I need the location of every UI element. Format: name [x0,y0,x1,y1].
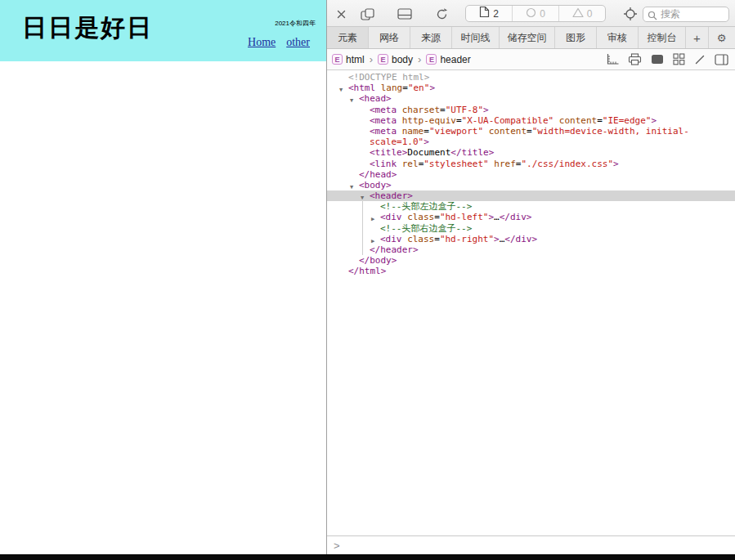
element-badge-icon: E [332,54,343,65]
reload-icon[interactable] [434,7,449,20]
dom-tree-line[interactable]: <title>Document</title> [327,147,735,158]
dom-tree-line[interactable]: <!--头部左边盒子--> [327,201,735,212]
breadcrumb: Ehtml›Ebody›Eheader [332,53,471,65]
tab-overview-icon[interactable] [361,7,375,20]
dom-tree-line[interactable]: scale=1.0"> [327,137,735,147]
tab-elements[interactable]: 元素 [327,27,369,48]
breadcrumb-toolbar [606,53,728,65]
dom-tree-line[interactable]: <link rel="stylesheet" href="./css/index… [327,159,735,169]
inspector-toolbar: 2 0 0 [327,0,735,27]
resource-count: 2 [493,8,499,20]
activity-segmented-control: 2 0 0 [465,5,606,22]
tab-audit[interactable]: 审核 [597,27,639,48]
warning-triangle-icon [572,7,584,21]
circle-icon [526,7,536,21]
breadcrumb-item-html[interactable]: Ehtml [332,54,365,65]
nav-link-other[interactable]: other [286,36,310,49]
page-nav: Home other [248,36,310,49]
dom-tree-line[interactable]: ▼<body> [327,180,735,190]
page-body [0,61,326,554]
element-overlay-icon[interactable] [651,54,664,65]
bottom-bar [0,554,735,560]
dom-tree: <!DOCTYPE html>▼<html lang="en">▼<head><… [327,70,735,535]
close-icon[interactable] [334,7,348,20]
dom-tree-line[interactable]: <meta charset="UTF-8"> [327,105,735,115]
dom-tree-line[interactable]: </html> [327,266,735,276]
element-badge-icon: E [378,54,388,65]
issue-count-button[interactable]: 0 [513,6,559,21]
edit-slash-icon[interactable] [694,54,706,65]
dom-tree-line[interactable]: </head> [327,169,735,180]
web-inspector: 2 0 0 [326,0,735,554]
dom-tree-line[interactable]: ▼<html lang="en"> [327,83,735,93]
dom-tree-line[interactable]: ▶<div class="hd-left">…</div> [327,212,735,222]
dom-tree-line[interactable]: ▼<head> [327,93,735,104]
details-sidebar-toggle-icon[interactable] [715,54,728,65]
dom-tree-line[interactable]: <meta http-equiv="X-UA-Compatible" conte… [327,115,735,126]
nav-link-home[interactable]: Home [248,36,276,49]
console-input[interactable]: > [327,535,735,554]
breadcrumb-separator-icon: › [418,53,421,65]
warning-count-button[interactable]: 0 [559,6,605,21]
breadcrumb-bar: Ehtml›Ebody›Eheader [327,49,735,70]
breadcrumb-label: body [392,54,413,65]
search-field [643,6,729,21]
breadcrumb-item-body[interactable]: Ebody [378,54,413,65]
inspector-tab-bar: 元素网络来源时间线储存空间图形审核控制台+⚙ [327,27,735,49]
settings-gear-icon[interactable]: ⚙ [709,27,734,48]
breadcrumb-separator-icon: › [370,53,373,65]
dom-tree-line[interactable]: <meta name="viewport" content="width=dev… [327,126,735,137]
warning-count: 0 [587,8,593,20]
print-icon[interactable] [628,53,642,65]
page-title: 日日是好日 [22,11,153,45]
dom-tree-line[interactable]: </header> [327,244,735,255]
tab-sources[interactable]: 来源 [410,27,452,48]
tab-console[interactable]: 控制台 [639,27,686,48]
issue-count: 0 [540,8,545,20]
era-note: 2021令和四年 [275,19,316,28]
dom-tree-line[interactable]: ▶<div class="hd-right">…</div> [327,234,735,244]
tab-network[interactable]: 网络 [369,27,410,48]
tab-graphics[interactable]: 图形 [555,27,597,48]
tab-timelines[interactable]: 时间线 [452,27,500,48]
dom-tree-line[interactable]: <!DOCTYPE html> [327,72,735,83]
tab-storage[interactable]: 储存空间 [500,27,555,48]
dom-tree-line[interactable]: ▼<header> [327,190,735,201]
dom-tree-line[interactable]: </body> [327,255,735,266]
page-header: 日日是好日 2021令和四年 Home other [0,0,326,61]
element-badge-icon: E [426,54,437,65]
resource-count-button[interactable]: 2 [466,6,513,21]
grid-overlay-icon[interactable] [673,53,685,65]
breadcrumb-label: html [346,54,365,65]
console-prompt-icon: > [334,540,340,552]
page-preview: 日日是好日 2021令和四年 Home other [0,0,326,554]
search-icon [648,9,657,24]
screen: 日日是好日 2021令和四年 Home other [0,0,735,560]
dock-layout-icon[interactable] [397,7,412,20]
add-tab-button[interactable]: + [686,27,709,48]
dom-tree-line[interactable]: <!--头部右边盒子--> [327,223,735,234]
rulers-icon[interactable] [606,53,619,65]
breadcrumb-item-header[interactable]: Eheader [426,54,470,65]
document-icon [479,6,490,21]
element-picker-icon[interactable] [621,6,639,22]
breadcrumb-label: header [440,54,470,65]
